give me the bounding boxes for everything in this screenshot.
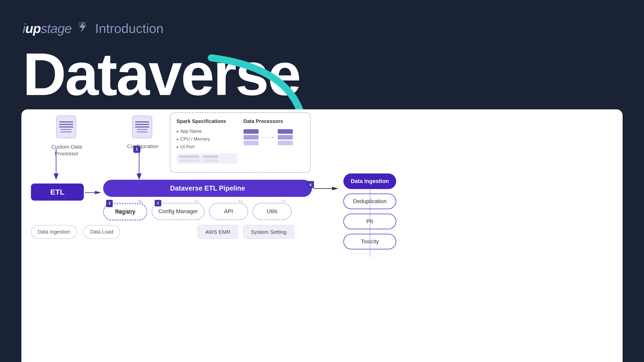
svg-marker-13	[332, 187, 338, 190]
etl-arrow-right	[85, 189, 102, 197]
data-processors-title: Data Processors	[244, 118, 304, 124]
pipeline-to-right-arrow	[313, 185, 341, 192]
svg-marker-7	[54, 173, 59, 180]
bottom-data-load: Data Load	[83, 225, 120, 239]
header: iupstage Introduction	[23, 20, 164, 37]
svg-rect-1	[78, 22, 86, 23]
svg-marker-0	[79, 21, 86, 33]
svg-rect-3	[78, 25, 86, 26]
spark-item-1: ■ App Name	[177, 129, 237, 134]
api-box: ↑↓ API	[209, 203, 248, 220]
down-arrow-processor	[52, 148, 60, 182]
spark-title: Spark Specifications	[177, 118, 237, 124]
logo-emblem	[75, 20, 89, 37]
configuration: Configuration	[127, 116, 158, 149]
intro-label: Introduction	[95, 21, 164, 36]
data-ingestion-box: Data Ingestion	[343, 173, 396, 189]
logo-text: iupstage	[23, 21, 71, 36]
aws-emr-box: AWS EMR	[197, 225, 238, 239]
custom-data-processor: Custom Data Processor	[44, 116, 89, 157]
diagram-container: Custom Data Processor ETL	[21, 109, 623, 362]
etl-box: ETL	[31, 184, 84, 201]
spark-box: Spark Specifications ■ App Name ■ CPU / …	[170, 112, 311, 173]
svg-marker-11	[137, 173, 142, 180]
spark-item-2: ■ CPU / Memory	[177, 137, 237, 142]
registry-box: 3 ↑↓ Registry	[103, 203, 147, 220]
utils-box: ↑↓ Utils	[253, 203, 292, 220]
svg-rect-2	[78, 24, 86, 24]
etl-pipeline-bar: Dataverse ETL Pipeline	[103, 180, 312, 197]
system-setting-box: System Setting	[243, 225, 294, 239]
config-manager-box: 2 ↑↓ Config Manager	[152, 203, 205, 220]
custom-processor-label: Custom Data Processor	[44, 143, 89, 157]
badge-4: 4	[307, 181, 314, 188]
right-panel-connectors	[370, 189, 370, 264]
svg-marker-9	[95, 191, 101, 194]
down-arrow-config	[135, 148, 143, 182]
spark-item-3: ■ UI Port	[177, 144, 237, 150]
bottom-data-ingestion: Data Ingestion	[31, 225, 77, 239]
